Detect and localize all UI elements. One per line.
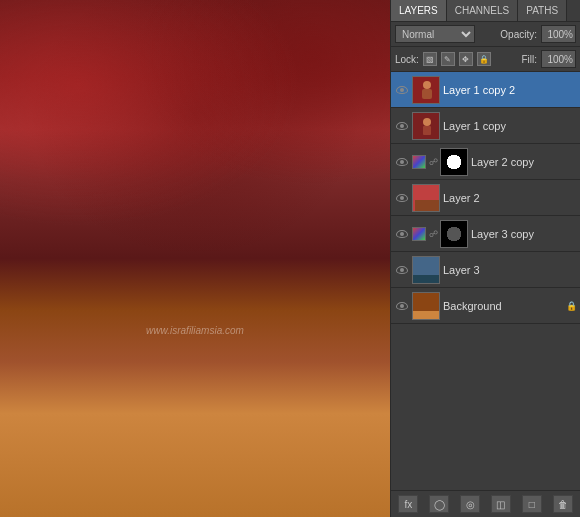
layer-channel-icon <box>412 227 426 241</box>
svg-rect-11 <box>413 311 440 320</box>
svg-point-4 <box>423 118 431 126</box>
layer-row[interactable]: Layer 1 copy 2 <box>391 72 580 108</box>
background-lock-icon: 🔒 <box>566 300 576 312</box>
svg-point-1 <box>423 81 431 89</box>
layer-row[interactable]: Layer 3 <box>391 252 580 288</box>
lock-label: Lock: <box>395 54 419 65</box>
layer-name: Layer 1 copy <box>443 120 576 132</box>
delete-layer-button[interactable]: 🗑 <box>553 495 573 513</box>
visibility-icon[interactable] <box>395 263 409 277</box>
layer-channel-icon <box>412 155 426 169</box>
layer-name: Layer 3 copy <box>471 228 576 240</box>
lock-brush-icon[interactable]: ✎ <box>441 52 455 66</box>
visibility-icon[interactable] <box>395 83 409 97</box>
visibility-icon[interactable] <box>395 227 409 241</box>
blend-mode-select[interactable]: Normal Multiply Screen <box>395 25 475 43</box>
layer-mask-thumbnail <box>440 220 468 248</box>
layers-panel: LAYERS CHANNELS PATHS Normal Multiply Sc… <box>390 0 580 517</box>
fill-label: Fill: <box>521 54 537 65</box>
layer-name: Layer 2 copy <box>471 156 576 168</box>
lock-bar: Lock: ▧ ✎ ✥ 🔒 Fill: <box>391 47 580 72</box>
blend-bar: Normal Multiply Screen Opacity: <box>391 22 580 47</box>
chain-icon: ☍ <box>429 229 437 239</box>
lock-move-icon[interactable]: ✥ <box>459 52 473 66</box>
layers-list[interactable]: Layer 1 copy 2 Layer 1 copy ☍ <box>391 72 580 490</box>
svg-rect-7 <box>415 200 439 211</box>
fx-button[interactable]: fx <box>398 495 418 513</box>
layer-name: Layer 1 copy 2 <box>443 84 576 96</box>
visibility-icon[interactable] <box>395 119 409 133</box>
opacity-label: Opacity: <box>500 29 537 40</box>
layer-row[interactable]: ☍ Layer 2 copy <box>391 144 580 180</box>
layer-name: Layer 3 <box>443 264 576 276</box>
panel-toolbar: fx ◯ ◎ ◫ □ 🗑 <box>391 490 580 517</box>
group-button[interactable]: ◫ <box>491 495 511 513</box>
lock-all-icon[interactable]: 🔒 <box>477 52 491 66</box>
layer-name: Layer 2 <box>443 192 576 204</box>
visibility-icon[interactable] <box>395 155 409 169</box>
layer-thumbnail <box>412 292 440 320</box>
layer-thumbnail <box>412 184 440 212</box>
mask-button[interactable]: ◯ <box>429 495 449 513</box>
tab-paths[interactable]: PATHS <box>518 0 567 21</box>
svg-rect-9 <box>413 275 440 284</box>
chain-icon: ☍ <box>429 157 437 167</box>
svg-rect-2 <box>422 89 432 99</box>
layer-thumbnail <box>412 112 440 140</box>
layer-name: Background <box>443 300 563 312</box>
layer-row[interactable]: Layer 2 <box>391 180 580 216</box>
canvas-image: www.israfiliamsia.com <box>0 0 390 517</box>
layer-row[interactable]: Layer 1 copy <box>391 108 580 144</box>
layer-row[interactable]: ☍ Layer 3 copy <box>391 216 580 252</box>
layer-thumbnail <box>412 76 440 104</box>
lock-checkerboard-icon[interactable]: ▧ <box>423 52 437 66</box>
svg-rect-5 <box>423 126 431 135</box>
panel-tabs: LAYERS CHANNELS PATHS <box>391 0 580 22</box>
layer-row[interactable]: Background 🔒 <box>391 288 580 324</box>
fill-input[interactable] <box>541 50 576 68</box>
sky-overlay <box>0 0 390 284</box>
tab-channels[interactable]: CHANNELS <box>447 0 518 21</box>
layer-thumbnail <box>412 256 440 284</box>
opacity-input[interactable] <box>541 25 576 43</box>
adjustment-button[interactable]: ◎ <box>460 495 480 513</box>
visibility-icon[interactable] <box>395 191 409 205</box>
layer-mask-thumbnail <box>440 148 468 176</box>
new-layer-button[interactable]: □ <box>522 495 542 513</box>
watermark: www.israfiliamsia.com <box>146 325 244 336</box>
main-canvas: www.israfiliamsia.com <box>0 0 390 517</box>
tab-layers[interactable]: LAYERS <box>391 0 447 21</box>
visibility-icon[interactable] <box>395 299 409 313</box>
